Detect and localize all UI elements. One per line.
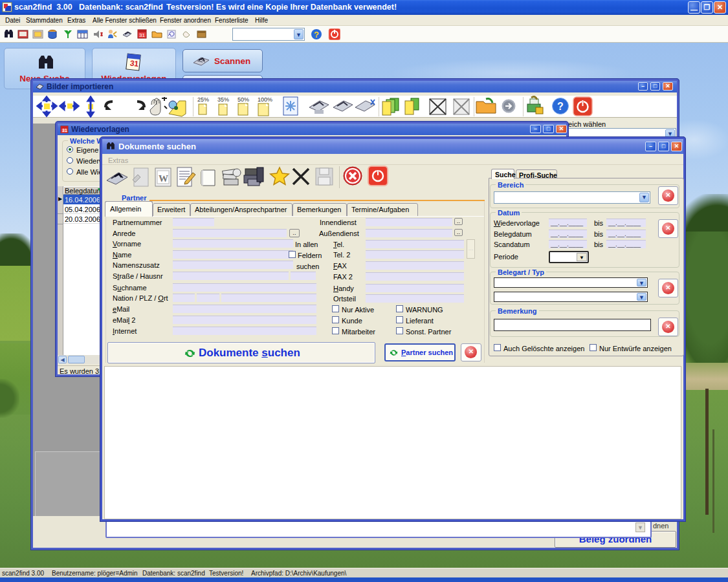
svg-text:31: 31 bbox=[129, 59, 139, 69]
svg-text:35%: 35% bbox=[217, 96, 229, 103]
svg-text:100%: 100% bbox=[258, 96, 272, 103]
svg-text:?: ? bbox=[557, 101, 564, 112]
svg-text:50%: 50% bbox=[237, 96, 249, 103]
svg-text:?: ? bbox=[314, 30, 319, 39]
svg-text:25%: 25% bbox=[197, 96, 209, 103]
svg-text:31: 31 bbox=[62, 128, 67, 133]
svg-text:31: 31 bbox=[139, 32, 145, 38]
svg-text:W: W bbox=[159, 173, 168, 184]
